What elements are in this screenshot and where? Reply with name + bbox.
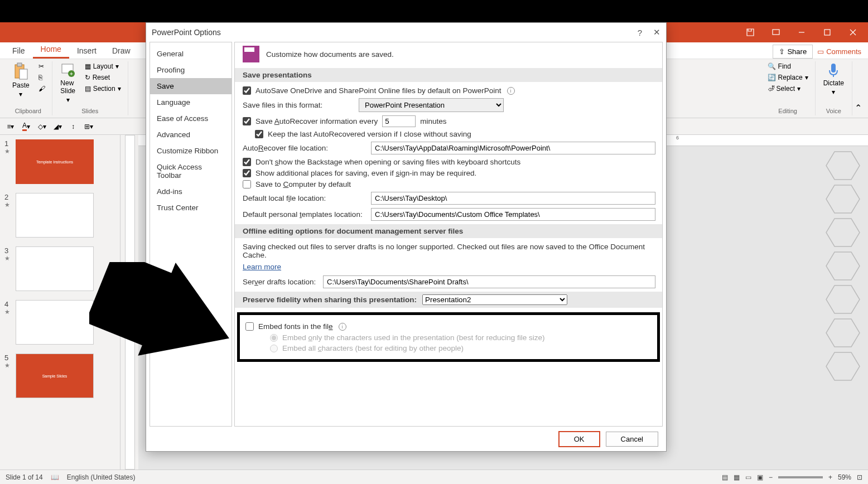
show-additional-checkbox[interactable]	[243, 169, 251, 177]
section-icon: ▤	[85, 85, 91, 93]
maximize-button[interactable]	[814, 22, 840, 42]
info-icon[interactable]: i	[507, 87, 515, 95]
autosave-icon[interactable]	[737, 22, 763, 42]
sidebar-item-general[interactable]: General	[150, 46, 232, 62]
thumb-image	[16, 193, 94, 238]
save-format-label: Save files in this format:	[243, 101, 354, 109]
copy-icon: ⎘	[38, 74, 42, 81]
slide-counter[interactable]: Slide 1 of 14	[6, 473, 43, 481]
reading-view-button[interactable]: ▭	[745, 473, 751, 481]
dialog-close-button[interactable]: ✕	[653, 27, 660, 37]
zoom-out-button[interactable]: −	[769, 473, 773, 481]
svg-rect-2	[824, 30, 830, 35]
font-color-button[interactable]: A▾	[20, 120, 32, 133]
sidebar-item-ease-of-access[interactable]: Ease of Access	[150, 110, 232, 127]
tab-home[interactable]: Home	[33, 41, 69, 59]
new-slide-button[interactable]: + New Slide ▾	[57, 61, 79, 105]
more-button[interactable]: ⊞▾	[83, 120, 95, 133]
cancel-button[interactable]: Cancel	[606, 432, 658, 447]
normal-view-button[interactable]: ▦	[734, 473, 740, 481]
embed-all-radio	[270, 345, 278, 352]
hex-pattern-decoration	[823, 146, 868, 470]
help-button[interactable]: ?	[638, 28, 642, 37]
thumb-image	[16, 246, 94, 291]
layout-button[interactable]: ▦ Layout ▾	[83, 61, 123, 71]
tab-insert[interactable]: Insert	[69, 43, 104, 59]
info-icon[interactable]: i	[339, 323, 346, 331]
chevron-down-icon: ▾	[66, 96, 70, 104]
tab-file[interactable]: File	[4, 43, 33, 59]
autosave-checkbox[interactable]	[243, 86, 251, 95]
find-button[interactable]: 🔍 Find	[765, 61, 811, 71]
share-button[interactable]: ⇧ Share	[773, 45, 813, 59]
sidebar-item-advanced[interactable]: Advanced	[150, 127, 232, 143]
reset-icon: ↻	[85, 74, 90, 81]
highlight-button[interactable]: ◇▾	[36, 120, 48, 133]
save-format-select[interactable]: PowerPoint Presentation	[359, 98, 504, 112]
cut-button[interactable]: ✂	[36, 61, 47, 71]
dont-show-backstage-checkbox[interactable]	[243, 158, 251, 166]
slide-thumb-1[interactable]: 1★ Template Instructions	[0, 135, 120, 188]
select-button[interactable]: ⮰ Select ▾	[765, 84, 811, 94]
save-to-computer-checkbox[interactable]	[243, 180, 251, 188]
sidebar-item-quick-access[interactable]: Quick Access Toolbar	[150, 159, 232, 183]
slide-thumb-2[interactable]: 2★	[0, 188, 120, 242]
tab-draw[interactable]: Draw	[104, 43, 138, 59]
sidebar-item-save[interactable]: Save	[150, 78, 232, 94]
close-button[interactable]	[840, 22, 866, 42]
align-button[interactable]: ≡▾	[4, 120, 17, 133]
replace-button[interactable]: 🔄 Replace ▾	[765, 72, 811, 83]
svg-marker-19	[826, 352, 860, 380]
fit-button[interactable]: ⊡	[857, 473, 862, 481]
spellcheck-icon[interactable]: 📖	[51, 473, 59, 481]
sort-button[interactable]: ↕	[67, 120, 79, 133]
star-icon: ★	[4, 148, 12, 155]
group-slides: + New Slide ▾ ▦ Layout ▾ ↻ Reset ▤ Secti…	[52, 61, 128, 115]
learn-more-link[interactable]: Learn more	[243, 263, 281, 271]
save-icon	[243, 46, 259, 62]
autorecover-location-input[interactable]	[371, 142, 655, 154]
sidebar-item-language[interactable]: Language	[150, 94, 232, 110]
default-local-input[interactable]	[371, 192, 655, 205]
svg-rect-7	[20, 69, 27, 79]
presentation-select[interactable]: Presentation2	[422, 294, 567, 305]
section-offline: Offline editing options for document man…	[235, 224, 662, 238]
keep-last-checkbox[interactable]	[255, 130, 263, 138]
reset-button[interactable]: ↻ Reset	[83, 72, 123, 83]
star-icon: ★	[4, 308, 12, 316]
language-status[interactable]: English (United States)	[67, 473, 136, 481]
default-templates-input[interactable]	[371, 208, 655, 221]
embed-fonts-checkbox[interactable]	[245, 322, 254, 331]
embed-only-radio	[270, 334, 278, 342]
display-mode-icon[interactable]	[763, 22, 789, 42]
slideshow-button[interactable]: ▣	[757, 473, 763, 481]
svg-text:+: +	[70, 71, 73, 77]
sidebar-item-trust-center[interactable]: Trust Center	[150, 200, 232, 216]
notes-button[interactable]: ▤	[722, 473, 728, 481]
share-icon: ⇧	[779, 47, 785, 56]
autorecover-minutes[interactable]	[382, 115, 416, 127]
autosave-label: AutoSave OneDrive and SharePoint Online …	[255, 86, 501, 95]
collapse-ribbon-button[interactable]: ⌃	[852, 61, 864, 115]
ok-button[interactable]: OK	[558, 431, 600, 447]
sidebar-item-customize-ribbon[interactable]: Customize Ribbon	[150, 143, 232, 159]
server-drafts-input[interactable]	[323, 275, 655, 288]
microphone-icon	[828, 62, 839, 78]
sidebar-item-addins[interactable]: Add-ins	[150, 183, 232, 200]
comments-button[interactable]: ▭ Comments	[817, 47, 861, 56]
offline-note: Saving checked out files to server draft…	[243, 243, 657, 259]
paste-button[interactable]: Paste ▾	[9, 61, 33, 99]
zoom-slider[interactable]	[778, 476, 823, 478]
minimize-button[interactable]	[789, 22, 814, 42]
sidebar-item-proofing[interactable]: Proofing	[150, 62, 232, 78]
zoom-in-button[interactable]: +	[828, 473, 832, 481]
copy-button[interactable]: ⎘	[36, 72, 47, 83]
section-button[interactable]: ▤ Section ▾	[83, 84, 123, 94]
dictate-button[interactable]: Dictate ▾	[820, 61, 847, 97]
paste-icon	[13, 62, 28, 80]
zoom-level[interactable]: 59%	[838, 473, 851, 481]
format-painter-button[interactable]: 🖌	[36, 84, 47, 94]
svg-rect-0	[773, 30, 779, 35]
shape-fill-button[interactable]: ◢▾	[51, 120, 64, 133]
autorecover-checkbox[interactable]	[243, 117, 251, 125]
